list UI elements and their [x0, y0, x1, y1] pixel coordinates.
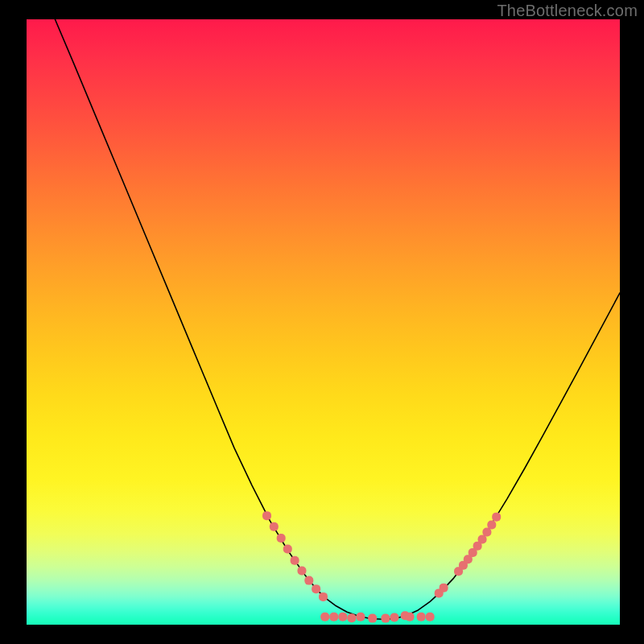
highlight-dot [262, 511, 271, 520]
chart-frame: TheBottleneck.com [0, 0, 644, 644]
highlight-dot [319, 592, 328, 601]
plot-area [27, 19, 620, 625]
highlight-dot [492, 513, 501, 522]
highlight-dot [487, 520, 496, 529]
highlight-dot [291, 556, 299, 565]
highlight-dot [270, 522, 279, 531]
curve-svg [27, 19, 620, 625]
highlight-dot [406, 613, 415, 621]
highlight-markers [262, 511, 501, 622]
highlight-dot [283, 545, 292, 554]
watermark-text: TheBottleneck.com [497, 2, 638, 20]
highlight-dot [297, 567, 306, 576]
highlight-dot [381, 614, 390, 623]
highlight-dot [390, 613, 398, 621]
highlight-dot [277, 534, 286, 543]
bottleneck-curve [55, 19, 620, 619]
highlight-dot [356, 613, 365, 621]
highlight-dot [304, 576, 313, 585]
highlight-dot [417, 613, 426, 621]
highlight-dot [312, 584, 320, 593]
highlight-dot [329, 613, 338, 621]
highlight-dot [440, 584, 448, 592]
highlight-dot [320, 613, 329, 621]
highlight-dot [338, 613, 347, 621]
highlight-dot [368, 614, 377, 623]
highlight-dot [426, 613, 435, 621]
highlight-dot [347, 613, 356, 622]
